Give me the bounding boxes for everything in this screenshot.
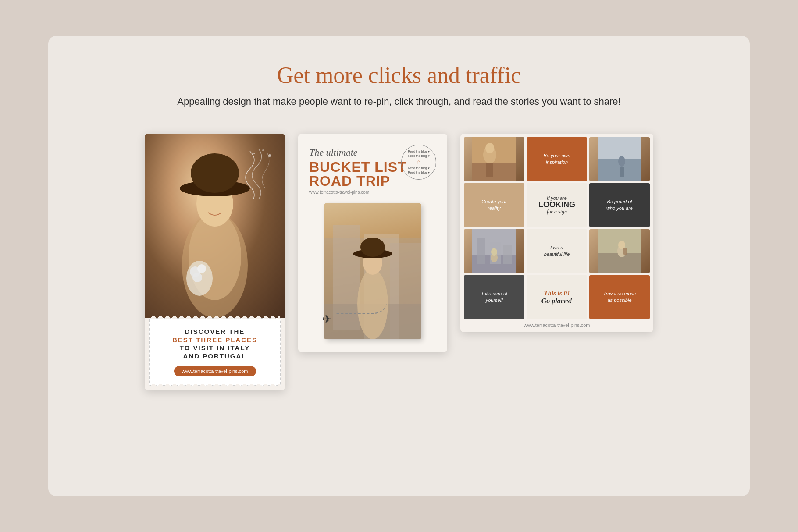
mosaic-photo-1-illustration	[464, 137, 524, 181]
card2-path	[335, 301, 387, 314]
svg-point-38	[491, 248, 497, 256]
mosaic-cell-4: Create yourreality	[464, 183, 524, 227]
main-container: Get more clicks and traffic Appealing de…	[48, 36, 750, 496]
card1-pin: DISCOVER THE BEST THREE PLACES TO VISIT …	[145, 134, 285, 390]
mosaic-cell-2-text: Be your owninspiration	[540, 149, 574, 170]
svg-rect-29	[598, 137, 641, 159]
card1-photo	[145, 134, 285, 318]
card3-mosaic: Be your owninspiration Create y	[460, 134, 653, 332]
card2-url: www.terracotta-travel-pins.com	[309, 190, 369, 195]
mosaic-photo-2-illustration	[589, 137, 650, 181]
card2-photo-container: ✈	[309, 203, 436, 339]
mosaic-cell-10-text: Take care ofyourself	[477, 287, 511, 308]
svg-rect-23	[472, 163, 516, 181]
svg-rect-36	[503, 245, 512, 264]
mosaic-looking-text: LOOKING	[538, 201, 575, 209]
mosaic-cell-9	[589, 229, 650, 273]
card2-title-line2: ROAD TRIP	[309, 174, 390, 188]
mosaic-photo-4-illustration	[589, 229, 650, 273]
card2-badge-text: Read the blog ♥Read the blog ♥	[408, 149, 430, 158]
mosaic-this-is-text: This is it!	[544, 289, 570, 297]
mosaic-cell-6-text: Be proud ofwho you are	[603, 195, 636, 216]
mosaic-for-text: for a sign	[547, 209, 567, 215]
svg-point-30	[618, 156, 625, 167]
card2-photo	[324, 203, 421, 339]
card2-badge: Read the blog ♥Read the blog ♥ ⌂ Read th…	[401, 145, 436, 180]
mosaic-sign-cell: If you are LOOKING for a sign	[527, 183, 587, 227]
card1-woman-illustration	[158, 142, 272, 318]
card1-portugal: AND PORTUGAL	[159, 352, 271, 361]
mosaic-cell-6: Be proud ofwho you are	[589, 183, 650, 227]
svg-rect-34	[477, 238, 485, 264]
mosaic-cell-12: Travel as muchas possible	[589, 275, 650, 319]
card2-badge-icon: ⌂	[417, 158, 421, 166]
card1-italy: TO VISIT IN ITALY	[159, 344, 271, 352]
svg-point-25	[485, 143, 494, 153]
svg-point-11	[192, 273, 202, 282]
page-subheadline: Appealing design that make people want t…	[177, 96, 620, 107]
cards-row: DISCOVER THE BEST THREE PLACES TO VISIT …	[83, 134, 715, 390]
svg-point-21	[360, 238, 385, 257]
mosaic-cell-8-text: Live abeautiful life	[541, 241, 574, 262]
mosaic-cell-2: Be your owninspiration	[527, 137, 587, 181]
mosaic-cell-4-text: Create yourreality	[478, 195, 510, 216]
svg-rect-43	[623, 248, 627, 255]
mosaic-cell-10: Take care ofyourself	[464, 275, 524, 319]
mosaic-cell-8: Live abeautiful life	[527, 229, 587, 273]
card2-woman-illustration	[324, 203, 421, 339]
card1-url-button[interactable]: www.terracotta-travel-pins.com	[174, 366, 256, 376]
card1-discover: DISCOVER THE	[159, 327, 271, 336]
mosaic-cell-1	[464, 137, 524, 181]
svg-point-10	[197, 264, 206, 273]
card2-airplane-icon: ✈	[322, 312, 332, 326]
card2-script-text: The ultimate	[309, 147, 358, 158]
card1-best-three: BEST THREE PLACES	[159, 336, 271, 344]
card2-title-line1: BUCKET LIST	[309, 160, 407, 174]
mosaic-cell-12-text: Travel as muchas possible	[600, 287, 639, 308]
card2-story: Read the blog ♥Read the blog ♥ ⌂ Read th…	[298, 134, 447, 352]
mosaic-if-text: If you are	[547, 195, 567, 201]
page-headline: Get more clicks and traffic	[277, 62, 521, 88]
card1-text-content: DISCOVER THE BEST THREE PLACES TO VISIT …	[149, 318, 281, 386]
mosaic-go-places-text: Go places!	[542, 297, 573, 305]
card3-website: www.terracotta-travel-pins.com	[464, 319, 650, 329]
card2-badge-text2: Read the blog ♥Read the blog ♥	[408, 166, 430, 175]
svg-point-7	[191, 153, 239, 193]
mosaic-grid: Be your owninspiration Create y	[464, 137, 650, 319]
mosaic-cell-7	[464, 229, 524, 273]
svg-rect-26	[486, 163, 493, 177]
mosaic-photo-3-illustration	[464, 229, 524, 273]
mosaic-this-is-cell: This is it! Go places!	[527, 275, 587, 319]
svg-rect-31	[620, 167, 624, 177]
mosaic-cell-3	[589, 137, 650, 181]
